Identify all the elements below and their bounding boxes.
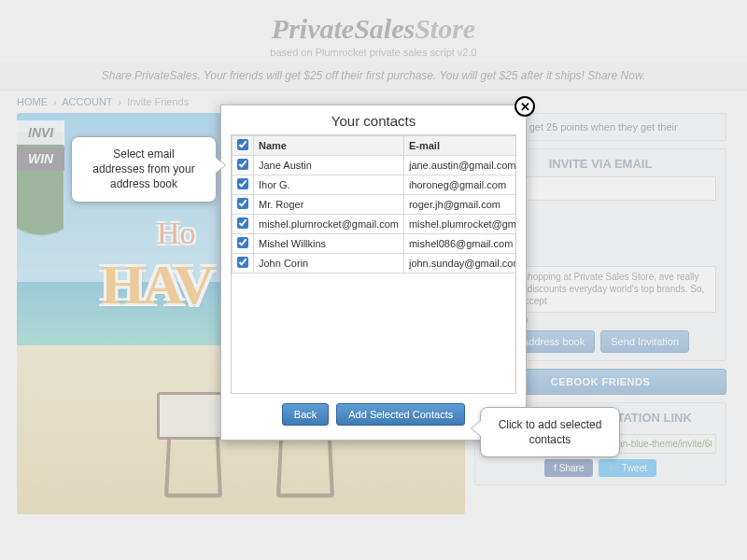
logo-part-a: PrivateSales: [272, 13, 415, 44]
col-email: E-mail: [403, 136, 516, 156]
twitter-icon: 🐦: [608, 463, 622, 473]
row-checkbox[interactable]: [237, 198, 248, 209]
logo-subtitle: based on Plumrocket private sales script…: [0, 47, 747, 58]
hero-text-big: HAV: [101, 253, 213, 317]
hero-band-2: WIN: [17, 147, 64, 171]
contacts-table: Name E-mail Jane Austinjane.austin@gmail…: [232, 135, 516, 273]
col-name: Name: [254, 136, 404, 156]
contact-name: Mishel Willkins: [254, 234, 404, 254]
table-row: Mr. Rogerroger.jh@gmail.com: [233, 195, 517, 215]
logo: PrivateSalesStore: [0, 13, 747, 45]
row-checkbox[interactable]: [237, 217, 248, 229]
logo-part-b: Store: [415, 13, 475, 44]
facebook-share-button[interactable]: f Share: [544, 459, 593, 477]
contact-name: Ihor G.: [254, 175, 404, 195]
row-checkbox[interactable]: [237, 178, 248, 189]
hero-band-1: INVI: [17, 120, 64, 145]
select-all-checkbox[interactable]: [237, 139, 248, 150]
breadcrumb-current: Invite Friends: [127, 96, 189, 107]
table-row: mishel.plumrocket@gmail.commishel.plumro…: [233, 215, 517, 234]
table-row: John Corinjohn.sunday@gmail.com: [233, 254, 517, 273]
contact-email: jane.austin@gmail.com: [403, 156, 516, 175]
contact-email: roger.jh@gmail.com: [403, 195, 516, 215]
table-row: Ihor G.ihoroneg@gmail.com: [233, 175, 517, 195]
contact-name: Mr. Roger: [254, 195, 404, 215]
back-button[interactable]: Back: [282, 403, 329, 426]
add-selected-contacts-button[interactable]: Add Selected Contacts: [336, 403, 465, 426]
contact-name: mishel.plumrocket@gmail.com: [254, 215, 404, 234]
contact-name: John Corin: [254, 254, 404, 273]
table-row: Jane Austinjane.austin@gmail.com: [233, 156, 517, 175]
row-checkbox[interactable]: [237, 159, 248, 170]
contact-email: mishel086@gmail.com: [403, 234, 516, 254]
callout-add-contacts: Click to add selected contacts: [480, 407, 620, 457]
chevron-right-icon: ›: [118, 96, 121, 107]
row-checkbox[interactable]: [237, 257, 248, 268]
row-checkbox[interactable]: [237, 237, 248, 248]
contacts-modal: ✕ Your contacts Name E-mail Jane Austinj…: [220, 105, 527, 441]
breadcrumb-account[interactable]: ACCOUNT: [62, 96, 112, 107]
callout-select-addresses: Select email addresses from your address…: [71, 136, 217, 203]
table-row: Mishel Willkinsmishel086@gmail.com: [233, 234, 517, 254]
contacts-table-wrapper[interactable]: Name E-mail Jane Austinjane.austin@gmail…: [231, 134, 516, 394]
select-all-cell: [233, 136, 254, 156]
chevron-right-icon: ›: [53, 96, 57, 107]
contact-name: Jane Austin: [254, 156, 404, 175]
twitter-tweet-button[interactable]: 🐦 Tweet: [599, 459, 655, 477]
promo-banner: Share PrivateSales. Your friends will ge…: [0, 62, 747, 91]
contact-email: john.sunday@gmail.com: [403, 254, 516, 273]
breadcrumb-home[interactable]: HOME: [17, 96, 48, 107]
modal-title: Your contacts: [231, 113, 516, 129]
contact-email: ihoroneg@gmail.com: [403, 175, 516, 195]
send-invitation-button[interactable]: Send Invitation: [600, 330, 689, 353]
page-header: PrivateSalesStore based on Plumrocket pr…: [0, 0, 747, 62]
contact-email: mishel.plumrocket@gmail.com: [403, 215, 516, 234]
close-icon[interactable]: ✕: [514, 96, 535, 117]
hero-text-small: Ho: [157, 216, 196, 251]
